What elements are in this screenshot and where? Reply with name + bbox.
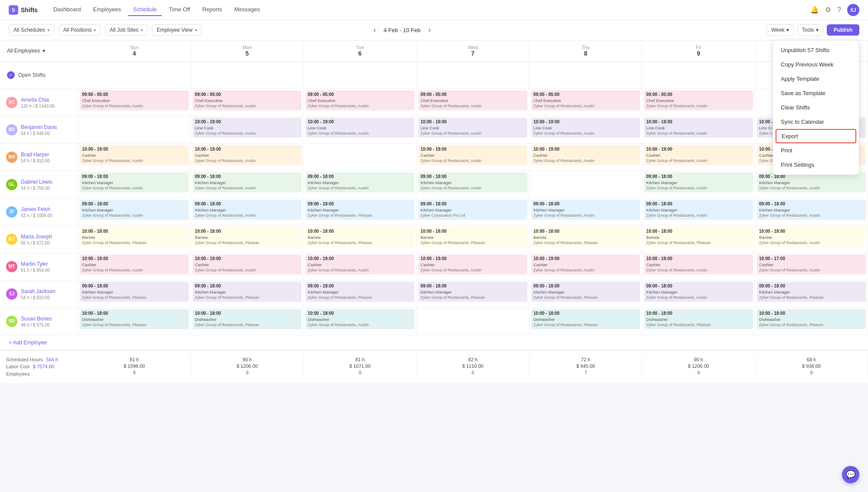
employee-name[interactable]: Brad Harper bbox=[21, 152, 50, 158]
shift-cell-jf-4[interactable]: 09:00 - 18:00 Kitchen Manager Zyker Grou… bbox=[529, 198, 642, 225]
open-shift-cell-4[interactable] bbox=[529, 62, 642, 89]
shift-cell-mt-0[interactable]: 10:00 - 19:00 Cashier Zyker Group of Res… bbox=[78, 253, 191, 280]
schedules-filter[interactable]: All Schedules ▾ bbox=[9, 24, 54, 36]
menu-apply-template[interactable]: Apply Template bbox=[773, 72, 859, 86]
employee-name[interactable]: Maria Joseph bbox=[21, 234, 52, 240]
shift-block[interactable]: 10:00 - 18:00 Dishwasher Zyker Group of … bbox=[531, 309, 640, 329]
nav-schedule[interactable]: Schedule bbox=[128, 3, 162, 16]
shift-cell-mt-3[interactable]: 10:00 - 19:00 Cashier Zyker Group of Res… bbox=[417, 253, 529, 280]
shift-block[interactable]: 09:00 - 18:00 Kitchen Manager Zyker Grou… bbox=[418, 172, 527, 192]
shift-cell-mj-0[interactable]: 10:00 - 18:00 Barista Zyker Group of Res… bbox=[78, 226, 191, 253]
add-employee-button[interactable]: + Add Employee bbox=[0, 335, 868, 350]
shift-block[interactable]: 09:00 - 18:00 Kitchen Manager Zyker Grou… bbox=[418, 282, 527, 302]
open-shift-cell-3[interactable] bbox=[417, 62, 529, 89]
shift-cell-mj-2[interactable]: 10:00 - 18:00 Barista Zyker Group of Res… bbox=[304, 226, 417, 253]
shift-block[interactable]: 10:00 - 18:00 Barista Zyker Group of Res… bbox=[80, 227, 189, 247]
menu-unpublish[interactable]: Unpublish 57 Shifts bbox=[773, 43, 859, 57]
next-week-button[interactable]: › bbox=[425, 25, 434, 35]
nav-messages[interactable]: Messages bbox=[229, 3, 265, 16]
shift-block[interactable]: 10:00 - 19:00 Line Cook Zyker Group of R… bbox=[644, 118, 753, 138]
shift-block[interactable]: 09:00 - 05:00 Chef Executive Zyker Group… bbox=[80, 90, 189, 110]
shift-block[interactable]: 10:00 - 18:00 Barista Zyker Group of Res… bbox=[757, 227, 866, 247]
shift-block[interactable]: 09:00 - 18:00 Kitchen Manager Zyker Grou… bbox=[644, 172, 753, 192]
shift-cell-sj-3[interactable]: 09:00 - 18:00 Kitchen Manager Zyker Grou… bbox=[417, 281, 529, 307]
shift-cell-sb-5[interactable]: 10:00 - 18:00 Dishwasher Zyker Group of … bbox=[642, 308, 755, 335]
shift-block[interactable]: 09:00 - 18:00 Kitchen Manager Zyker Grou… bbox=[306, 172, 414, 192]
shift-cell-ac-1[interactable]: 09:00 - 05:00 Chef Executive Zyker Group… bbox=[191, 89, 304, 116]
shift-block[interactable]: 10:00 - 18:00 Dishwasher Zyker Group of … bbox=[193, 309, 302, 329]
shift-block[interactable]: 09:00 - 18:00 Kitchen Manager Zyker Grou… bbox=[193, 282, 302, 302]
employee-name[interactable]: Amelia Chia bbox=[21, 97, 55, 103]
user-avatar[interactable]: SJ bbox=[847, 4, 859, 16]
shift-cell-bd-3[interactable]: 10:00 - 19:00 Line Cook Zyker Group of R… bbox=[417, 116, 529, 143]
employee-name[interactable]: Sarah Jackson bbox=[21, 288, 55, 294]
employee-name[interactable]: Martin Tyler bbox=[21, 261, 50, 267]
shift-cell-jf-1[interactable]: 09:00 - 18:00 Kitchen Manager Zyker Grou… bbox=[191, 198, 304, 225]
shift-cell-bh-5[interactable]: 10:00 - 19:00 Cashier Zyker Group of Res… bbox=[642, 144, 755, 171]
shift-block[interactable]: 09:00 - 18:00 Kitchen Manager Zyker Grou… bbox=[531, 282, 640, 302]
shift-block[interactable]: 09:00 - 18:00 Kitchen Manager Zyker Grou… bbox=[757, 200, 866, 220]
shift-block[interactable]: 10:00 - 19:00 Line Cook Zyker Group of R… bbox=[306, 118, 414, 138]
shift-block[interactable]: 09:00 - 18:00 Kitchen Manager Zyker Grou… bbox=[193, 172, 302, 192]
nav-employees[interactable]: Employees bbox=[88, 3, 126, 16]
shift-cell-sj-1[interactable]: 09:00 - 18:00 Kitchen Manager Zyker Grou… bbox=[191, 281, 304, 307]
shift-block[interactable]: 09:00 - 05:00 Chef Executive Zyker Group… bbox=[418, 90, 527, 110]
shift-cell-bh-1[interactable]: 10:00 - 19:00 Cashier Zyker Group of Res… bbox=[191, 144, 304, 171]
help-icon[interactable]: ? bbox=[837, 6, 841, 14]
shift-block[interactable]: 09:00 - 05:00 Chef Executive Zyker Group… bbox=[531, 90, 640, 110]
shift-cell-bd-5[interactable]: 10:00 - 19:00 Line Cook Zyker Group of R… bbox=[642, 116, 755, 143]
shift-block[interactable]: 09:00 - 18:00 Kitchen Manager Zyker Grou… bbox=[531, 200, 640, 220]
shift-cell-bh-3[interactable]: 10:00 - 19:00 Cashier Zyker Group of Res… bbox=[417, 144, 529, 171]
open-shift-cell-2[interactable] bbox=[304, 62, 417, 89]
shift-block[interactable]: 10:00 - 18:00 Dishwasher Zyker Group of … bbox=[80, 309, 189, 329]
shift-block[interactable]: 10:00 - 19:00 Cashier Zyker Group of Res… bbox=[644, 254, 753, 274]
shift-cell-sj-0[interactable]: 09:00 - 18:00 Kitchen Manager Zyker Grou… bbox=[78, 281, 191, 307]
shift-block[interactable]: 10:00 - 19:00 Cashier Zyker Group of Res… bbox=[531, 145, 640, 165]
shift-block[interactable]: 10:00 - 18:00 Barista Zyker Group of Res… bbox=[418, 227, 527, 247]
shift-block[interactable]: 09:00 - 18:00 Kitchen Manager Zyker Grou… bbox=[80, 282, 189, 302]
nav-reports[interactable]: Reports bbox=[197, 3, 227, 16]
shift-block[interactable]: 10:00 - 19:00 Cashier Zyker Group of Res… bbox=[531, 254, 640, 274]
shift-cell-ac-5[interactable]: 09:00 - 05:00 Chef Executive Zyker Group… bbox=[642, 89, 755, 116]
shift-block[interactable]: 10:00 - 18:00 Barista Zyker Group of Res… bbox=[531, 227, 640, 247]
nav-dashboard[interactable]: Dashboard bbox=[48, 3, 86, 16]
shift-block[interactable]: 09:00 - 18:00 Kitchen Manager Zyker Grou… bbox=[306, 282, 414, 302]
shift-block[interactable]: 10:00 - 18:00 Dishwasher Zyker Group of … bbox=[644, 309, 753, 329]
shift-cell-sb-1[interactable]: 10:00 - 18:00 Dishwasher Zyker Group of … bbox=[191, 308, 304, 335]
shift-block[interactable]: 09:00 - 18:00 Kitchen Manager Zyker Grou… bbox=[80, 200, 189, 220]
shift-block[interactable]: 09:00 - 05:00 Chef Executive Zyker Group… bbox=[306, 90, 414, 110]
shift-cell-gl-0[interactable]: 09:00 - 18:00 Kitchen Manager Zyker Grou… bbox=[78, 171, 191, 198]
publish-button[interactable]: Publish bbox=[827, 24, 859, 36]
shift-cell-mj-5[interactable]: 10:00 - 18:00 Barista Zyker Group of Res… bbox=[642, 226, 755, 253]
week-selector[interactable]: Week ▾ bbox=[766, 24, 793, 36]
shift-cell-mt-1[interactable]: 10:00 - 19:00 Cashier Zyker Group of Res… bbox=[191, 253, 304, 280]
shift-cell-ac-3[interactable]: 09:00 - 05:00 Chef Executive Zyker Group… bbox=[417, 89, 529, 116]
menu-copy-prev-week[interactable]: Copy Previous Week bbox=[773, 57, 859, 72]
shift-cell-bh-4[interactable]: 10:00 - 19:00 Cashier Zyker Group of Res… bbox=[529, 144, 642, 171]
shift-cell-jf-6[interactable]: 09:00 - 18:00 Kitchen Manager Zyker Grou… bbox=[755, 198, 868, 225]
shift-block[interactable]: 09:00 - 18:00 Kitchen Manager Zyker Grou… bbox=[80, 172, 189, 192]
employee-name[interactable]: Susan Bones bbox=[21, 316, 52, 322]
shift-block[interactable]: 09:00 - 18:00 Kitchen Manager Zyker Grou… bbox=[193, 200, 302, 220]
menu-print-settings[interactable]: Print Settings bbox=[773, 158, 859, 172]
shift-cell-sj-6[interactable]: 09:00 - 18:00 Kitchen Manager Zyker Grou… bbox=[755, 281, 868, 307]
employee-name[interactable]: Gabriel Lewis bbox=[21, 179, 53, 185]
shift-cell-sj-2[interactable]: 09:00 - 18:00 Kitchen Manager Zyker Grou… bbox=[304, 281, 417, 307]
shift-cell-bh-0[interactable]: 10:00 - 19:00 Cashier Zyker Group of Res… bbox=[78, 144, 191, 171]
shift-block[interactable]: 10:00 - 19:00 Cashier Zyker Group of Res… bbox=[193, 145, 302, 165]
menu-sync-calendar[interactable]: Sync to Calendar bbox=[773, 115, 859, 129]
shift-block[interactable]: 10:00 - 19:00 Cashier Zyker Group of Res… bbox=[644, 145, 753, 165]
shift-block[interactable]: 10:00 - 19:00 Line Cook Zyker Group of R… bbox=[193, 118, 302, 138]
shift-cell-ac-0[interactable]: 09:00 - 05:00 Chef Executive Zyker Group… bbox=[78, 89, 191, 116]
shift-cell-jf-3[interactable]: 09:00 - 18:00 Kitchen Manager Zyker Corp… bbox=[417, 198, 529, 225]
menu-print[interactable]: Print bbox=[773, 143, 859, 158]
job-sites-filter[interactable]: All Job Sites ▾ bbox=[105, 24, 148, 36]
shift-cell-gl-3[interactable]: 09:00 - 18:00 Kitchen Manager Zyker Grou… bbox=[417, 171, 529, 198]
view-filter[interactable]: Employee View ▾ bbox=[152, 24, 202, 36]
shift-cell-bd-0[interactable] bbox=[78, 116, 191, 143]
employee-name[interactable]: James Felch bbox=[21, 206, 52, 212]
shift-block[interactable]: 09:00 - 18:00 Kitchen Manager Zyker Grou… bbox=[757, 282, 866, 302]
open-shift-cell-0[interactable] bbox=[78, 62, 191, 89]
shift-block[interactable]: 10:00 - 19:00 Cashier Zyker Group of Res… bbox=[193, 254, 302, 274]
employee-name[interactable]: Benjamin Davis bbox=[21, 124, 57, 130]
